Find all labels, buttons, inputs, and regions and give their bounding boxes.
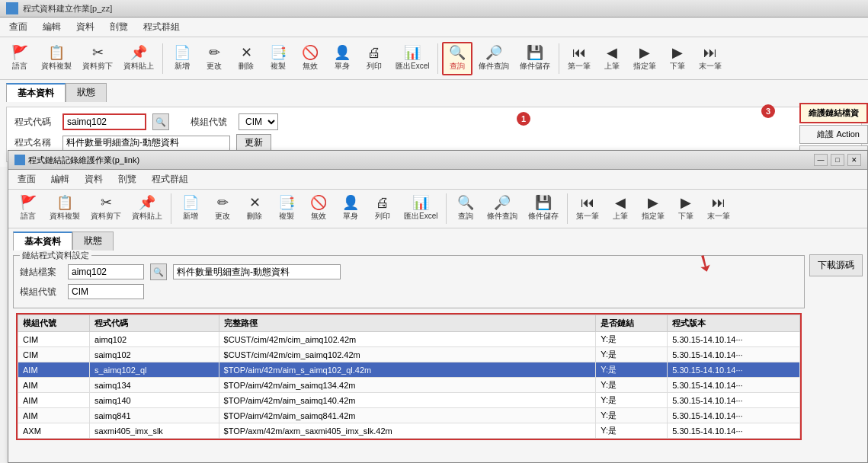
link-file-search-btn[interactable]: 🔍 (150, 263, 167, 280)
tb-export-excel[interactable]: 📊 匯出Excel (391, 43, 434, 75)
col-code: 程式代碼 (89, 315, 219, 332)
tb-save-cond[interactable]: 💾 條件儲存 (515, 43, 555, 75)
modal-tb-paste[interactable]: 📌 資料貼上 (127, 193, 167, 225)
menu-edit[interactable]: 編輯 (37, 19, 67, 35)
menu-view[interactable]: 查面 (3, 19, 34, 35)
modal-app-icon (14, 155, 25, 165)
modal-tb-delete[interactable]: ✕ 刪除 (239, 193, 270, 225)
modal-tb-next[interactable]: ▶ 下筆 (671, 193, 701, 225)
tb-cut[interactable]: ✂ 資料剪下 (78, 43, 117, 75)
program-name-input[interactable] (62, 136, 230, 151)
second-window-toolbar: 🚩 語言 📋 資料複製 ✂ 資料剪下 📌 資料貼上 📄 新增 ✏ (8, 190, 867, 228)
modal-tb-edit[interactable]: ✏ 更改 (207, 193, 238, 225)
tb-add[interactable]: 📄 新增 (167, 43, 197, 75)
modal-menu-program-group[interactable]: 程式群組 (146, 171, 194, 187)
toolbar-sep-2 (437, 43, 438, 74)
cell-module: AIM (18, 362, 90, 378)
program-name-label: 程式名稱 (14, 136, 56, 149)
modal-menu-browse[interactable]: 剖覽 (112, 171, 143, 187)
modal-tb-cond-query[interactable]: 🔎 條件查詢 (482, 193, 522, 225)
modal-tb-disable[interactable]: 🚫 無效 (303, 193, 334, 225)
link-file-input[interactable] (68, 264, 144, 279)
group-box-title: 鏈結程式資料設定 (20, 250, 91, 261)
program-code-input[interactable] (62, 113, 146, 130)
second-window-menu-bar: 查面 編輯 資料 剖覽 程式群組 (8, 170, 867, 190)
modal-tb-last[interactable]: ⏭ 末一筆 (703, 193, 735, 225)
menu-data[interactable]: 資料 (70, 19, 101, 35)
tb-single[interactable]: 👤 單身 (327, 43, 357, 75)
modal-tb-single[interactable]: 👤 單身 (335, 193, 366, 225)
table-row[interactable]: AIM s_aimq102_ql $TOP/aim/42m/aim_s_aimq… (18, 362, 800, 378)
cell-code: s_aimq102_ql (89, 362, 219, 378)
modal-tb-query[interactable]: 🔍 查詢 (450, 193, 481, 225)
table-row[interactable]: AIM saimq841 $TOP/aim/42m/aim_saimq841.4… (18, 408, 800, 423)
modal-tab-status[interactable]: 狀態 (72, 232, 114, 251)
first-window: 程式資料建立作業[p_zz] 查面 編輯 資料 剖覽 程式群組 🚩 語言 📋 資… (0, 0, 868, 167)
tb-language[interactable]: 🚩 語言 (5, 43, 35, 75)
next-icon: ▶ (672, 46, 683, 59)
program-code-search-btn[interactable]: 🔍 (152, 113, 169, 130)
download-source-btn[interactable]: 下載源碼 (809, 254, 863, 276)
minimize-btn[interactable]: — (814, 154, 828, 166)
modal-menu-view[interactable]: 查面 (11, 171, 42, 187)
table-row[interactable]: CIM aimq102 $CUST/cim/42m/cim_aimq102.42… (18, 332, 800, 347)
tb-print[interactable]: 🖨 列印 (359, 43, 389, 75)
cut-icon: ✂ (92, 46, 104, 59)
table-row[interactable]: AIM saimq134 $TOP/aim/42m/aim_saimq134.4… (18, 378, 800, 393)
tb-query[interactable]: 🔍 查詢 (442, 42, 472, 75)
tb-last[interactable]: ⏭ 末一筆 (694, 43, 726, 75)
modal-tb-excel[interactable]: 📊 匯出Excel (399, 193, 442, 225)
maximize-btn[interactable]: □ (831, 154, 844, 166)
cell-path: $CUST/cim/42m/cim_saimq102.42m (219, 347, 596, 362)
modal-tb-add[interactable]: 📄 新增 (175, 193, 206, 225)
tab-basic-data[interactable]: 基本資料 (6, 83, 66, 102)
col-module: 模組代號 (18, 315, 90, 332)
tb-delete[interactable]: ✕ 刪除 (231, 43, 261, 75)
modal-tb-prev[interactable]: ◀ 上筆 (605, 193, 636, 225)
close-btn[interactable]: ✕ (847, 154, 861, 166)
module-code-select[interactable]: CIM (239, 113, 278, 130)
tb-cond-query[interactable]: 🔎 條件查詢 (474, 43, 514, 75)
modal-tb-save-cond[interactable]: 💾 條件儲存 (524, 193, 563, 225)
module-code-label: 模組代號 (191, 116, 232, 129)
first-window-toolbar: 🚩 語言 📋 資料複製 ✂ 資料剪下 📌 資料貼上 📄 新增 ✏ (0, 37, 868, 80)
cell-version: 5.30.15-14.10.14··· (668, 423, 800, 439)
tb-disable[interactable]: 🚫 無效 (295, 43, 325, 75)
tab-status[interactable]: 狀態 (66, 83, 107, 102)
modal-tb-duplicate[interactable]: 📑 複製 (271, 193, 302, 225)
link-name-input[interactable] (173, 264, 341, 279)
tb-duplicate[interactable]: 📑 複製 (263, 43, 293, 75)
modal-menu-edit[interactable]: 編輯 (45, 171, 75, 187)
menu-browse[interactable]: 剖覽 (104, 19, 134, 35)
update-btn[interactable]: 更新 (236, 134, 271, 152)
tb-copy-data[interactable]: 📋 資料複製 (37, 43, 76, 75)
tb-next[interactable]: ▶ 下筆 (662, 43, 693, 75)
cell-path: $TOP/axm/42m/axm_saxmi405_imx_slk.42m (219, 423, 596, 439)
modal-menu-data[interactable]: 資料 (78, 171, 109, 187)
cell-linked: Y:是 (596, 332, 668, 347)
modal-tb-print[interactable]: 🖨 列印 (367, 193, 398, 225)
table-row[interactable]: AIM saimq140 $TOP/aim/42m/aim_saimq140.4… (18, 393, 800, 408)
program-name-row: 程式名稱 更新 (14, 134, 854, 152)
menu-program-group[interactable]: 程式群組 (137, 19, 186, 35)
table-row[interactable]: AXM saxmi405_imx_slk $TOP/axm/42m/axm_sa… (18, 423, 800, 439)
delete-icon: ✕ (241, 46, 252, 59)
tb-first[interactable]: ⏮ 第一筆 (563, 43, 595, 75)
modal-tb-first[interactable]: ⏮ 第一筆 (572, 193, 604, 225)
tb-prev[interactable]: ◀ 上筆 (597, 43, 627, 75)
modal-tab-basic[interactable]: 基本資料 (13, 232, 72, 251)
modal-tb-goto[interactable]: ▶ 指定筆 (637, 193, 669, 225)
cell-version: 5.30.15-14.10.14··· (668, 378, 800, 393)
modal-tb-language[interactable]: 🚩 語言 (13, 193, 43, 225)
modal-module-input[interactable] (68, 284, 144, 299)
tb-paste[interactable]: 📌 資料貼上 (119, 43, 159, 75)
tb-goto[interactable]: ▶ 指定筆 (629, 43, 661, 75)
modal-tb-copy[interactable]: 📋 資料複製 (45, 193, 85, 225)
maintain-action-btn[interactable]: 維護 Action (799, 125, 868, 144)
tb-edit[interactable]: ✏ 更改 (199, 43, 229, 75)
table-row[interactable]: CIM saimq102 $CUST/cim/42m/cim_saimq102.… (18, 347, 800, 362)
cell-linked: Y:是 (596, 378, 668, 393)
maintain-link-btn[interactable]: 維護鏈結檔資 (799, 103, 868, 123)
modal-tb-cut[interactable]: ✂ 資料剪下 (86, 193, 126, 225)
window-controls: — □ ✕ (814, 154, 861, 166)
